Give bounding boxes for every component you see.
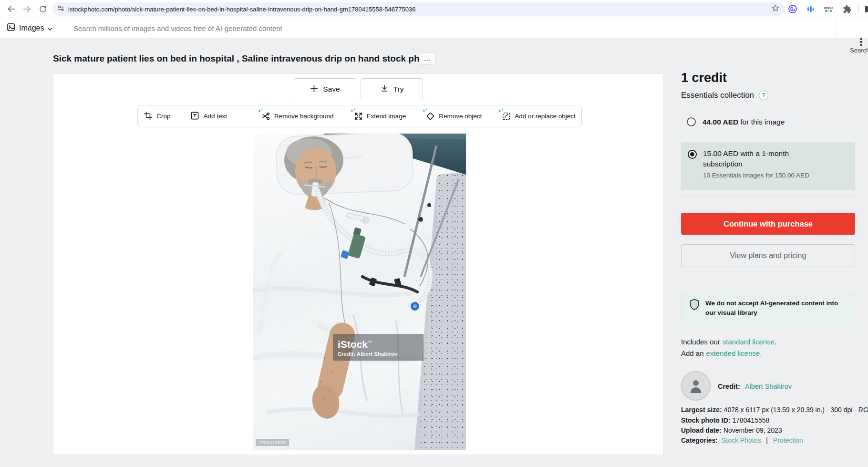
help-icon[interactable]: ? <box>759 91 768 100</box>
extended-license-link[interactable]: extended license. <box>706 349 762 357</box>
pen-selection-icon <box>502 112 511 121</box>
plus-icon <box>310 84 318 94</box>
add-text-button[interactable]: Add text <box>187 111 230 122</box>
toolbar-divider <box>858 5 859 13</box>
browser-toolbar: istockphoto.com/photo/sick-mature-patien… <box>0 0 868 18</box>
price-option-single[interactable]: 44.00 AEDfor this image <box>687 117 785 126</box>
forward-icon[interactable] <box>21 3 32 15</box>
search-by-image-label: Search <box>850 47 868 54</box>
url-text: istockphoto.com/photo/sick-mature-patien… <box>68 6 771 13</box>
sparkle-icon <box>497 108 504 116</box>
single-price: 44.00 AED <box>703 118 738 126</box>
sidebar-divider <box>681 287 855 287</box>
download-icon <box>380 84 389 94</box>
extension-1-icon[interactable] <box>787 4 798 14</box>
image-icon <box>7 23 15 33</box>
extension-invid-icon[interactable]: InVID <box>823 4 834 14</box>
radio-unselected[interactable] <box>687 117 696 126</box>
crop-icon <box>144 111 153 122</box>
save-button-label: Save <box>323 85 340 93</box>
category-link-protection[interactable]: Protection <box>773 436 803 444</box>
try-button[interactable]: Try <box>361 78 423 100</box>
category-link-stock-photos[interactable]: Stock Photos <box>722 436 761 444</box>
save-button[interactable]: Save <box>294 78 356 100</box>
site-info-icon[interactable] <box>57 5 64 14</box>
view-plans-button[interactable]: View plans and pricing <box>681 244 855 267</box>
search-input[interactable] <box>72 19 816 38</box>
asset-panel: Save Try Crop Add text <box>53 73 663 455</box>
expand-arrows-icon <box>354 112 363 121</box>
ai-notice-box: We do not accept AI-generated content in… <box>681 292 855 326</box>
credit-row: Credit: Albert Shakirov <box>718 383 792 390</box>
subscription-price-label: 15.00 AED with a 1-month subscription <box>703 148 817 169</box>
sparkle-icon <box>422 108 428 116</box>
chevron-down-icon <box>48 24 52 32</box>
contributor-link[interactable]: Albert Shakirov <box>745 383 792 390</box>
back-icon[interactable] <box>6 3 17 15</box>
continue-purchase-button[interactable]: Continue with purchase <box>681 213 855 235</box>
remove-object-button[interactable]: Remove object <box>423 111 485 121</box>
extension-2-icon[interactable] <box>806 4 816 14</box>
add-replace-object-button[interactable]: Add or replace object <box>499 111 579 121</box>
photo-id-badge: 1780415558 <box>256 439 289 446</box>
credits-title: 1 credit <box>681 71 727 85</box>
bookmark-star-icon[interactable] <box>771 4 780 14</box>
collection-label: Essentials collection <box>681 91 754 100</box>
sidebar-divider <box>681 196 855 196</box>
person-icon <box>689 378 703 394</box>
watermark: iStock™ Credit: Albert Shakirov <box>333 334 424 361</box>
eraser-icon <box>426 112 435 121</box>
page-title: Sick mature patient lies on bed in hospi… <box>53 53 434 64</box>
credit-label: Credit: <box>718 383 740 390</box>
extend-image-button[interactable]: Extend image <box>351 111 409 121</box>
site-header: Images Search <box>0 18 868 38</box>
price-option-subscription[interactable]: 15.00 AED with a 1-month subscription 10… <box>681 142 855 190</box>
remove-background-button[interactable]: Remove background <box>258 111 337 121</box>
detail-photo-id: Stock photo ID:1780415558 <box>681 416 769 424</box>
ai-notice-text: We do not accept AI-generated content in… <box>705 299 847 317</box>
detail-upload-date: Upload date:November 09, 2023 <box>681 426 782 434</box>
detail-largest-size: Largest size:4078 x 6117 px (13.59 x 20.… <box>681 406 868 414</box>
single-price-rest: for this image <box>740 118 785 126</box>
address-bar[interactable]: istockphoto.com/photo/sick-mature-patien… <box>52 2 785 16</box>
try-button-label: Try <box>393 85 404 93</box>
header-divider-right <box>836 21 836 36</box>
contributor-avatar[interactable] <box>681 371 711 401</box>
search-menu-icon <box>860 38 862 46</box>
license-add-line: Add anextended license. <box>681 349 762 357</box>
header-divider <box>66 22 66 34</box>
watermark-credit: Credit: Albert Shakirov <box>338 351 419 357</box>
scissors-icon <box>261 112 270 121</box>
images-dropdown-label: Images <box>19 24 44 32</box>
photo-scene <box>253 134 466 450</box>
profile-avatar-partial[interactable] <box>865 6 868 12</box>
text-icon <box>190 111 199 122</box>
edit-toolbar: Crop Add text Remove background <box>137 105 582 127</box>
app-root: istockphoto.com/photo/sick-mature-patien… <box>0 0 868 467</box>
detail-categories: Categories: Stock Photos | Protection <box>681 436 803 444</box>
collection-row: Essentials collection ? <box>681 91 768 100</box>
subscription-note: 10 Essentials images for 150.00 AED <box>703 172 809 179</box>
more-options-button[interactable]: ... <box>419 52 436 65</box>
stock-photo: iStock™ Credit: Albert Shakirov 17804155… <box>253 134 466 450</box>
extensions-puzzle-icon[interactable] <box>842 4 852 14</box>
watermark-brand: iStock™ <box>338 337 419 350</box>
license-include-line: Includes ourstandard license. <box>681 338 776 346</box>
sparkle-icon <box>350 108 356 116</box>
crop-button[interactable]: Crop <box>141 111 173 122</box>
shield-icon <box>689 299 700 312</box>
standard-license-link[interactable]: standard license <box>723 338 775 346</box>
reload-icon[interactable] <box>37 3 49 15</box>
radio-selected[interactable] <box>688 150 697 159</box>
images-dropdown[interactable]: Images <box>7 18 52 38</box>
